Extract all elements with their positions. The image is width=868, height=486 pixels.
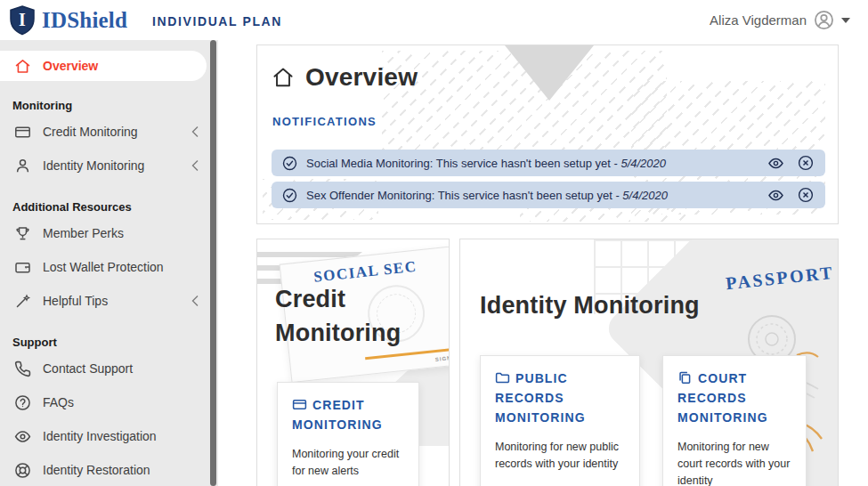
sidebar-item-helpful-tips[interactable]: Helpful Tips xyxy=(0,284,218,318)
lifebuoy-icon xyxy=(14,462,31,479)
dismiss-notification-button[interactable] xyxy=(797,186,815,204)
credit-monitoring-subcard[interactable]: CREDIT MONITORING Monitoring your credit… xyxy=(277,382,419,486)
notification-row-sex-offender[interactable]: Sex Offender Monitoring: This service ha… xyxy=(272,182,825,208)
person-icon xyxy=(14,158,31,174)
idshield-logo[interactable]: I IDShield INDIVIDUAL PLAN xyxy=(9,5,282,36)
view-eye-icon xyxy=(767,155,784,172)
notification-date: 5/4/2020 xyxy=(621,157,666,170)
sidebar-item-faqs[interactable]: FAQs xyxy=(0,385,218,419)
notifications-list: Social Media Monitoring: This service ha… xyxy=(272,150,825,208)
chevron-left-icon xyxy=(191,160,199,172)
overview-heading: Overview xyxy=(272,63,418,92)
home-icon xyxy=(272,66,295,89)
logo-wordmark: IDShield xyxy=(42,8,127,33)
avatar-icon xyxy=(814,10,834,30)
sidebar-item-member-perks[interactable]: Member Perks xyxy=(0,216,218,250)
chevron-left-icon xyxy=(191,126,199,138)
sidebar-item-label: Identity Restoration xyxy=(43,463,150,477)
check-circle-icon xyxy=(282,156,297,171)
subcard-body: Monitoring for new public records with y… xyxy=(495,439,629,473)
sidebar-item-identity-monitoring[interactable]: Identity Monitoring xyxy=(0,149,218,182)
notifications-label: NOTIFICATIONS xyxy=(272,115,377,128)
caret-down-icon xyxy=(841,18,850,23)
view-eye-icon xyxy=(767,187,784,204)
page-title: Overview xyxy=(305,63,418,92)
notification-text: Sex Offender Monitoring: This service ha… xyxy=(306,189,668,202)
folder-icon xyxy=(495,370,510,385)
home-icon xyxy=(14,58,31,75)
view-notification-button[interactable] xyxy=(767,186,784,204)
sidebar-section-monitoring: Monitoring xyxy=(0,97,218,115)
sidebar-item-identity-restoration[interactable]: Identity Restoration xyxy=(0,453,218,486)
app-header: I IDShield INDIVIDUAL PLAN Aliza Vigderm… xyxy=(0,0,868,40)
sidebar-item-label: Lost Wallet Protection xyxy=(43,260,164,274)
credit-card-icon xyxy=(292,397,307,412)
subcard-body: Monitoring your credit for new alerts xyxy=(292,446,408,480)
chevron-left-icon xyxy=(191,296,199,307)
sidebar-item-label: Credit Monitoring xyxy=(43,125,138,139)
notification-actions xyxy=(767,154,815,172)
notification-text: Social Media Monitoring: This service ha… xyxy=(306,157,666,170)
notification-date: 5/4/2020 xyxy=(622,189,668,202)
signature-text: SIGNATURE xyxy=(435,352,450,362)
subcard-title: CREDIT MONITORING xyxy=(292,395,408,434)
identity-monitoring-card[interactable]: PASSPORT Identity Monitoring PUBLIC RECO… xyxy=(459,239,839,486)
credit-panel-title: Credit Monitoring xyxy=(275,282,435,350)
sidebar: Overview Monitoring Credit Monitoring Id… xyxy=(0,40,218,486)
pages-icon xyxy=(677,370,693,385)
user-menu[interactable]: Aliza Vigderman xyxy=(710,10,850,30)
overview-card: Overview NOTIFICATIONS Social Media Moni… xyxy=(256,45,839,224)
eye-icon xyxy=(14,428,31,445)
sidebar-item-label: Identity Monitoring xyxy=(43,158,144,173)
subcard-body: Monitoring for new court records with yo… xyxy=(677,439,795,486)
question-circle-icon xyxy=(14,394,31,411)
check-circle-icon xyxy=(282,188,297,203)
sidebar-item-lost-wallet-protection[interactable]: Lost Wallet Protection xyxy=(0,250,218,284)
credit-card-icon xyxy=(14,124,31,141)
notification-actions xyxy=(767,186,815,204)
wand-icon xyxy=(14,293,31,310)
trophy-icon xyxy=(14,225,31,242)
court-records-monitoring-subcard[interactable]: COURT RECORDS MONITORING Monitoring for … xyxy=(662,355,807,486)
sidebar-item-identity-investigation[interactable]: Identity Investigation xyxy=(0,419,218,453)
public-records-monitoring-subcard[interactable]: PUBLIC RECORDS MONITORING Monitoring for… xyxy=(480,355,640,486)
phone-icon xyxy=(14,360,31,377)
dismiss-x-circle-icon xyxy=(798,187,814,203)
sidebar-item-label: Identity Investigation xyxy=(43,429,157,443)
sidebar-item-label: Member Perks xyxy=(43,226,124,240)
plan-label: INDIVIDUAL PLAN xyxy=(152,12,282,28)
user-name: Aliza Vigderman xyxy=(710,12,807,28)
view-notification-button[interactable] xyxy=(767,154,784,172)
sidebar-item-contact-support[interactable]: Contact Support xyxy=(0,352,218,385)
notification-row-social-media[interactable]: Social Media Monitoring: This service ha… xyxy=(272,150,825,176)
sidebar-item-label: Overview xyxy=(43,59,98,73)
idshield-dashboard: I IDShield INDIVIDUAL PLAN Aliza Vigderm… xyxy=(0,0,868,486)
identity-panel-title: Identity Monitoring xyxy=(480,288,700,322)
credit-monitoring-card[interactable]: SOCIAL SEC SIGNATURE Credit Monitoring C… xyxy=(256,239,450,486)
sidebar-section-support: Support xyxy=(0,334,218,352)
sidebar-item-label: Contact Support xyxy=(43,361,133,376)
shield-logo-icon: I xyxy=(9,5,36,36)
sidebar-item-label: Helpful Tips xyxy=(43,294,108,308)
sidebar-item-credit-monitoring[interactable]: Credit Monitoring xyxy=(0,115,218,149)
sidebar-section-additional-resources: Additional Resources xyxy=(0,198,218,216)
subcard-title: COURT RECORDS MONITORING xyxy=(677,369,795,427)
sidebar-item-overview[interactable]: Overview xyxy=(0,51,207,81)
dismiss-notification-button[interactable] xyxy=(797,154,815,172)
subcard-title: PUBLIC RECORDS MONITORING xyxy=(495,369,629,427)
sidebar-item-label: FAQs xyxy=(43,395,74,409)
svg-text:I: I xyxy=(19,10,26,29)
dismiss-x-circle-icon xyxy=(798,155,814,171)
wallet-icon xyxy=(14,259,31,276)
